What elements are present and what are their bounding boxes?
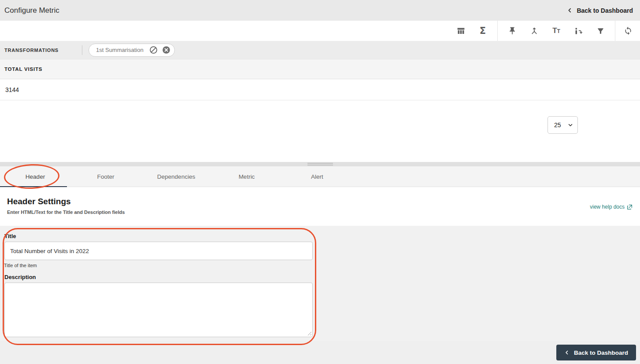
tab-metric[interactable]: Metric	[211, 166, 282, 187]
view-help-docs-link[interactable]: view help docs	[590, 204, 633, 210]
chip-label: 1st Summarisation	[96, 47, 144, 53]
chevron-left-icon	[567, 7, 573, 13]
title-helper-text: Title of the item	[4, 263, 640, 268]
grid-row[interactable]: 3144	[0, 79, 640, 100]
disable-icon[interactable]	[149, 45, 158, 55]
section-subtitle: Enter HTML/Text for the Title and Descri…	[7, 210, 633, 215]
tab-dependencies[interactable]: Dependencies	[141, 166, 211, 187]
section-title: Header Settings	[7, 197, 633, 206]
transform-icon[interactable]	[567, 21, 589, 41]
remove-icon[interactable]	[162, 45, 171, 55]
footer-bar: Back to Dashboard	[0, 341, 640, 364]
back-link-label: Back to Dashboard	[577, 7, 633, 14]
merge-icon[interactable]	[523, 21, 545, 41]
footer-back-label: Back to Dashboard	[574, 349, 628, 356]
cell-value: 3144	[5, 86, 19, 93]
tab-footer[interactable]: Footer	[70, 166, 141, 187]
transformations-label: TRANSFORMATIONS	[4, 48, 59, 53]
tab-bar: Header Footer Dependencies Metric Alert	[0, 166, 640, 187]
pin-icon[interactable]	[501, 21, 523, 41]
sigma-icon[interactable]: Σ	[472, 21, 494, 41]
transformation-chip[interactable]: 1st Summarisation	[89, 44, 175, 57]
page-title: Configure Metric	[4, 6, 59, 15]
title-input[interactable]	[4, 242, 313, 260]
tab-alert[interactable]: Alert	[282, 166, 352, 187]
pagination-section: 25	[0, 100, 640, 162]
external-link-icon	[627, 204, 633, 210]
vertical-divider	[82, 45, 82, 55]
grid-column-header: TOTAL VISITS	[0, 59, 640, 79]
description-field-label: Description	[4, 274, 640, 280]
title-field-label: Title	[4, 233, 640, 239]
back-to-dashboard-button[interactable]: Back to Dashboard	[556, 345, 636, 360]
panel-splitter[interactable]	[0, 162, 640, 166]
back-to-dashboard-link[interactable]: Back to Dashboard	[567, 7, 633, 14]
transformations-row: TRANSFORMATIONS 1st Summarisation	[0, 41, 640, 59]
sync-icon[interactable]	[619, 21, 637, 41]
toolbar-divider	[615, 21, 615, 41]
top-header-bar: Configure Metric Back to Dashboard	[0, 0, 640, 21]
filter-icon[interactable]	[589, 21, 611, 41]
toolbar-divider	[497, 21, 498, 41]
table-columns-icon[interactable]	[450, 21, 472, 41]
toolbar: Σ TT	[0, 21, 640, 41]
help-link-label: view help docs	[590, 204, 625, 210]
splitter-drag-handle[interactable]	[307, 163, 333, 165]
description-field-wrap	[4, 283, 313, 337]
tab-header[interactable]: Header	[0, 166, 70, 187]
header-settings-form: Title Title of the item Description	[0, 226, 640, 341]
text-format-icon[interactable]: TT	[545, 21, 567, 41]
page-size-value: 25	[554, 121, 561, 129]
column-header-label: TOTAL VISITS	[4, 66, 42, 72]
section-header: Header Settings Enter HTML/Text for the …	[0, 187, 640, 226]
chevron-down-icon	[568, 122, 573, 128]
chevron-left-icon	[564, 350, 570, 355]
page-size-select[interactable]: 25	[548, 116, 578, 134]
description-textarea[interactable]	[4, 283, 313, 337]
